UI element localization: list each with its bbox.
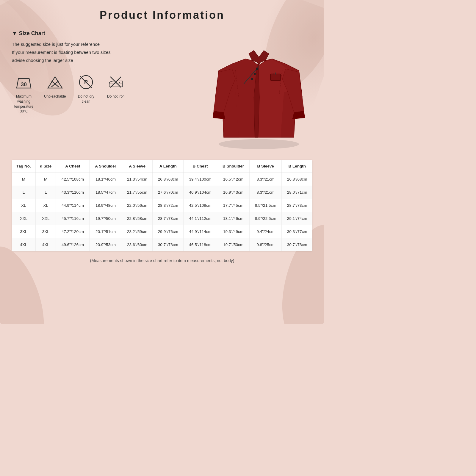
table-cell-0-2: 42.5"/108cm: [56, 173, 90, 186]
page-title: Product Information: [12, 9, 312, 21]
care-no-dry-clean: P Do not dry clean: [74, 73, 98, 104]
wash-label: Maximum washing temperature 30℃: [12, 94, 36, 114]
table-cell-0-1: M: [35, 173, 56, 186]
table-cell-4-6: 44.9"/114cm: [184, 225, 217, 238]
footer-note: (Measurements shown in the size chart re…: [12, 258, 312, 269]
col-d-size: d Size: [35, 160, 56, 173]
size-table-section: Tag No. d Size A Chest A Shoulder A Slee…: [12, 160, 312, 251]
table-cell-5-6: 46.5"/118cm: [184, 238, 217, 251]
table-cell-4-2: 47.2"/120cm: [56, 225, 90, 238]
col-a-shoulder: A Shoulder: [90, 160, 122, 173]
table-cell-0-9: 26.8"/68cm: [282, 173, 312, 186]
table-cell-3-6: 44.1"/112cm: [184, 212, 217, 225]
table-cell-0-7: 16.5"/42cm: [217, 173, 250, 186]
table-cell-1-8: 8.3"/21cm: [249, 186, 281, 199]
no-iron-icon: [106, 73, 125, 92]
table-cell-2-8: 8.5"/21.5cm: [249, 199, 281, 212]
table-cell-0-8: 8.3"/21cm: [249, 173, 281, 186]
table-row: XXLXXL45.7"/116cm19.7"/50cm22.8"/58cm28.…: [12, 212, 312, 225]
col-b-shoulder: B Shoulder: [217, 160, 250, 173]
col-b-length: B Length: [282, 160, 312, 173]
no-bleach-icon: [46, 73, 65, 92]
table-cell-5-2: 49.6"/126cm: [56, 238, 90, 251]
table-row: MM42.5"/108cm18.1"/46cm21.3"/54cm26.8"/6…: [12, 173, 312, 186]
table-cell-2-7: 17.7"/45cm: [217, 199, 250, 212]
no-iron-label: Do not iron: [107, 94, 125, 99]
table-cell-3-0: XXL: [12, 212, 35, 225]
table-cell-2-3: 18.9"/48cm: [90, 199, 122, 212]
table-cell-0-4: 21.3"/54cm: [122, 173, 153, 186]
table-row: 3XL3XL47.2"/120cm20.1"/51cm23.2"/59cm29.…: [12, 225, 312, 238]
table-header-row: Tag No. d Size A Chest A Shoulder A Slee…: [12, 160, 312, 173]
svg-text:30: 30: [21, 82, 27, 87]
product-jacket-image: [205, 30, 312, 151]
no-bleach-label: Unbleachable: [44, 94, 66, 99]
table-cell-5-3: 20.9"/53cm: [90, 238, 122, 251]
col-a-chest: A Chest: [56, 160, 90, 173]
table-cell-4-3: 20.1"/51cm: [90, 225, 122, 238]
table-cell-4-5: 29.9"/76cm: [153, 225, 184, 238]
table-cell-1-5: 27.6"/70cm: [153, 186, 184, 199]
size-chart-label: Size Chart: [19, 30, 45, 37]
table-cell-1-2: 43.3"/110cm: [56, 186, 90, 199]
col-b-sleeve: B Sleeve: [249, 160, 281, 173]
size-chart-section: ▼ Size Chart The suggested size is just …: [12, 30, 176, 114]
table-cell-1-0: L: [12, 186, 35, 199]
table-cell-2-2: 44.9"/114cm: [56, 199, 90, 212]
table-cell-1-9: 28.0"/71cm: [282, 186, 312, 199]
table-cell-0-0: M: [12, 173, 35, 186]
table-cell-4-9: 30.3"/77cm: [282, 225, 312, 238]
table-cell-3-5: 28.7"/73cm: [153, 212, 184, 225]
table-cell-3-1: XXL: [35, 212, 56, 225]
col-a-length: A Length: [153, 160, 184, 173]
table-cell-3-4: 22.8"/58cm: [122, 212, 153, 225]
table-body: MM42.5"/108cm18.1"/46cm21.3"/54cm26.8"/6…: [12, 173, 312, 251]
table-cell-5-1: 4XL: [35, 238, 56, 251]
care-no-bleach: Unbleachable: [44, 73, 66, 99]
table-cell-0-3: 18.1"/46cm: [90, 173, 122, 186]
svg-point-13: [119, 82, 120, 83]
svg-marker-7: [48, 77, 62, 88]
table-cell-5-9: 30.7"/78cm: [282, 238, 312, 251]
size-description: The suggested size is just for your refe…: [12, 40, 176, 64]
col-b-chest: B Chest: [184, 160, 217, 173]
table-cell-1-1: L: [35, 186, 56, 199]
table-cell-4-4: 23.2"/59cm: [122, 225, 153, 238]
table-cell-4-1: 3XL: [35, 225, 56, 238]
svg-line-12: [80, 76, 92, 88]
care-no-iron: Do not iron: [106, 73, 125, 99]
size-chart-heading: ▼ Size Chart: [12, 30, 176, 37]
table-cell-2-9: 28.7"/73cm: [282, 199, 312, 212]
svg-point-20: [251, 78, 253, 80]
table-cell-5-4: 23.6"/60cm: [122, 238, 153, 251]
table-cell-3-3: 19.7"/50cm: [90, 212, 122, 225]
table-row: XLXL44.9"/114cm18.9"/48cm22.0"/56cm28.3"…: [12, 199, 312, 212]
table-cell-1-3: 18.5"/47cm: [90, 186, 122, 199]
care-icons-group: 30 Maximum washing temperature 30℃ Unble…: [12, 73, 176, 114]
triangle-icon: ▼: [12, 30, 17, 37]
table-cell-4-7: 19.3"/49cm: [217, 225, 250, 238]
table-row: LL43.3"/110cm18.5"/47cm21.7"/55cm27.6"/7…: [12, 186, 312, 199]
table-cell-1-6: 40.9"/104cm: [184, 186, 217, 199]
table-cell-1-7: 16.9"/43cm: [217, 186, 250, 199]
table-cell-2-4: 22.0"/56cm: [122, 199, 153, 212]
table-cell-5-5: 30.7"/78cm: [153, 238, 184, 251]
table-cell-3-7: 18.1"/46cm: [217, 212, 250, 225]
wash-icon: 30: [14, 73, 33, 92]
col-a-sleeve: A Sleeve: [122, 160, 153, 173]
svg-point-19: [254, 73, 256, 75]
table-row: 4XL4XL49.6"/126cm20.9"/53cm23.6"/60cm30.…: [12, 238, 312, 251]
no-dry-clean-label: Do not dry clean: [74, 94, 98, 104]
table-cell-5-7: 19.7"/50cm: [217, 238, 250, 251]
table-cell-1-4: 21.7"/55cm: [122, 186, 153, 199]
table-cell-0-5: 26.8"/68cm: [153, 173, 184, 186]
table-cell-5-0: 4XL: [12, 238, 35, 251]
table-cell-0-6: 39.4"/100cm: [184, 173, 217, 186]
product-image-area: [205, 30, 312, 151]
svg-point-16: [219, 139, 299, 149]
table-cell-3-8: 8.9"/22.5cm: [249, 212, 281, 225]
care-wash: 30 Maximum washing temperature 30℃: [12, 73, 36, 114]
no-dry-clean-icon: P: [76, 73, 95, 92]
table-cell-3-9: 29.1"/74cm: [282, 212, 312, 225]
table-cell-2-5: 28.3"/72cm: [153, 199, 184, 212]
